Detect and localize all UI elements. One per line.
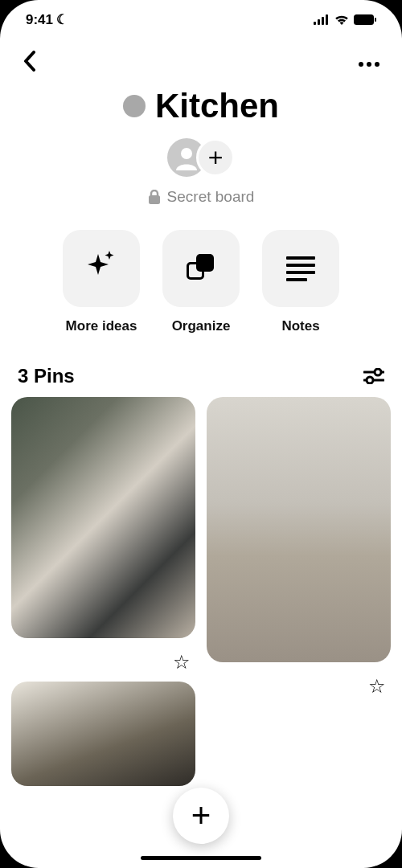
notes-icon [286,256,315,281]
status-right [314,14,376,25]
add-collaborator-button[interactable]: + [196,138,235,177]
favorite-button[interactable]: ☆ [173,651,191,674]
pin-card[interactable] [11,397,195,638]
dot-icon [359,62,363,67]
plus-icon: + [208,143,224,173]
organize-action[interactable]: Organize [162,230,240,334]
notes-label: Notes [281,318,319,334]
secret-label-text: Secret board [167,188,255,206]
star-icon: ☆ [368,675,386,697]
more-options-button[interactable] [359,62,379,67]
collaborators-row: + [16,138,386,177]
wifi-icon [334,14,349,25]
svg-rect-4 [354,14,374,25]
favorite-button[interactable]: ☆ [368,675,386,698]
svg-point-9 [375,369,381,375]
organize-box [162,230,240,307]
notes-box [262,230,339,307]
svg-rect-0 [314,22,316,25]
create-pin-button[interactable]: + [173,788,229,844]
organize-label: Organize [172,318,231,334]
pins-grid: ☆ ☆ [0,397,402,786]
screen: 9:41 ☾ Kitchen [0,0,402,868]
pin-image [207,397,391,662]
signal-icon [314,14,330,25]
svg-rect-7 [149,195,160,204]
svg-rect-3 [326,14,328,25]
pins-count-label: 3 Pins [18,365,75,387]
dot-icon [375,62,379,67]
plus-icon: + [191,796,211,835]
board-header: Kitchen + Secret board [0,87,402,230]
board-title: Kitchen [16,87,386,125]
pin-footer: ☆ [11,645,195,675]
filter-button[interactable] [363,368,384,384]
svg-rect-2 [322,17,324,25]
status-time: 9:41 [26,12,53,28]
more-ideas-box [63,230,140,307]
home-indicator[interactable] [141,856,261,860]
svg-rect-5 [375,18,376,22]
secret-board-label: Secret board [16,188,386,206]
organize-icon [187,254,215,283]
star-icon: ☆ [173,651,191,673]
status-bar: 9:41 ☾ [0,0,402,31]
status-left: 9:41 ☾ [26,11,68,28]
pin-image [11,397,195,638]
moon-icon: ☾ [56,11,68,28]
svg-rect-1 [318,19,320,25]
pins-header: 3 Pins [0,365,402,397]
pin-card[interactable] [11,682,195,786]
back-button[interactable] [23,51,37,77]
battery-icon [354,14,376,25]
more-ideas-action[interactable]: More ideas [63,230,140,334]
board-title-text: Kitchen [155,87,279,125]
more-ideas-label: More ideas [66,318,137,334]
pins-col-right: ☆ [207,397,391,786]
board-indicator-icon [123,95,146,117]
dot-icon [367,62,371,67]
pin-footer: ☆ [207,669,391,699]
board-actions: More ideas Organize Notes [0,230,402,365]
sparkle-icon [85,249,117,289]
pins-col-left: ☆ [11,397,195,786]
svg-point-11 [367,377,373,383]
notes-action[interactable]: Notes [262,230,339,334]
nav-bar [0,31,402,87]
svg-point-6 [181,148,192,159]
pin-image [11,682,195,786]
pin-card[interactable] [207,397,391,662]
lock-icon [148,190,161,204]
